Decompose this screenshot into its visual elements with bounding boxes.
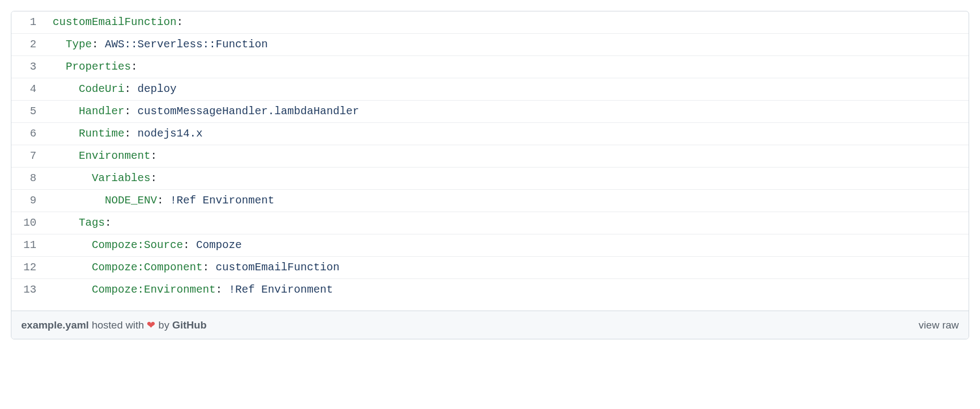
code-row: 1customEmailFunction: — [11, 11, 969, 34]
yaml-key: Compoze:Source — [92, 239, 183, 251]
code-row: 7 Environment: — [11, 145, 969, 168]
line-number[interactable]: 12 — [11, 257, 44, 279]
line-number[interactable]: 2 — [11, 34, 44, 56]
yaml-value: customMessageHandler.lambdaHandler — [137, 105, 359, 117]
filename-link[interactable]: example.yaml — [21, 319, 89, 331]
code-area: 1customEmailFunction:2 Type: AWS::Server… — [11, 11, 969, 311]
yaml-key: NODE_ENV — [105, 194, 157, 207]
line-number[interactable]: 11 — [11, 234, 44, 257]
code-row: 6 Runtime: nodejs14.x — [11, 123, 969, 145]
line-code: Compoze:Component: customEmailFunction — [44, 257, 969, 279]
line-number[interactable]: 8 — [11, 168, 44, 190]
code-row: 8 Variables: — [11, 168, 969, 190]
hosted-text: hosted with — [89, 319, 147, 331]
yaml-value: deploy — [137, 83, 177, 95]
line-code: Runtime: nodejs14.x — [44, 123, 969, 145]
line-number[interactable]: 10 — [11, 212, 44, 234]
yaml-key: Variables — [92, 172, 150, 184]
code-row: 4 CodeUri: deploy — [11, 78, 969, 101]
line-number[interactable]: 7 — [11, 145, 44, 168]
yaml-key: Properties — [66, 60, 131, 73]
line-number[interactable]: 4 — [11, 78, 44, 101]
footer-right: view raw — [919, 319, 959, 331]
yaml-key: Compoze:Component — [92, 261, 203, 274]
line-number[interactable]: 3 — [11, 56, 44, 78]
yaml-key: Tags — [79, 216, 105, 229]
yaml-key: customEmailFunction — [53, 16, 177, 28]
line-number[interactable]: 9 — [11, 190, 44, 212]
github-link[interactable]: GitHub — [172, 319, 206, 331]
yaml-key: CodeUri — [79, 83, 124, 95]
yaml-value: !Ref Environment — [170, 194, 274, 207]
yaml-key: Type — [66, 38, 92, 51]
line-code: Type: AWS::Serverless::Function — [44, 34, 969, 56]
yaml-key: Compoze:Environment — [92, 283, 216, 296]
by-text: by — [155, 319, 172, 331]
yaml-value: customEmailFunction — [216, 261, 340, 274]
code-row: 5 Handler: customMessageHandler.lambdaHa… — [11, 101, 969, 123]
line-code: Handler: customMessageHandler.lambdaHand… — [44, 101, 969, 123]
code-row: 9 NODE_ENV: !Ref Environment — [11, 190, 969, 212]
yaml-key: Environment — [79, 150, 150, 162]
line-code: NODE_ENV: !Ref Environment — [44, 190, 969, 212]
line-code: Compoze:Source: Compoze — [44, 234, 969, 257]
line-code: Tags: — [44, 212, 969, 234]
line-number[interactable]: 6 — [11, 123, 44, 145]
footer-left: example.yaml hosted with ❤ by GitHub — [21, 319, 206, 331]
line-code: customEmailFunction: — [44, 11, 969, 34]
yaml-value: !Ref Environment — [229, 283, 333, 296]
code-table: 1customEmailFunction:2 Type: AWS::Server… — [11, 11, 969, 311]
yaml-key: Handler — [79, 105, 124, 117]
yaml-value: AWS::Serverless::Function — [105, 38, 268, 51]
code-row: 10 Tags: — [11, 212, 969, 234]
yaml-key: Runtime — [79, 127, 124, 140]
yaml-value: Compoze — [196, 239, 242, 251]
line-code: Compoze:Environment: !Ref Environment — [44, 279, 969, 301]
yaml-value: nodejs14.x — [137, 127, 203, 140]
gist-container: 1customEmailFunction:2 Type: AWS::Server… — [11, 11, 969, 339]
heart-icon: ❤ — [147, 319, 155, 331]
code-row: 3 Properties: — [11, 56, 969, 78]
line-code: CodeUri: deploy — [44, 78, 969, 101]
code-row: 13 Compoze:Environment: !Ref Environment — [11, 279, 969, 301]
gist-footer: example.yaml hosted with ❤ by GitHub vie… — [11, 311, 969, 339]
line-code: Variables: — [44, 168, 969, 190]
line-code: Properties: — [44, 56, 969, 78]
view-raw-link[interactable]: view raw — [919, 319, 959, 331]
line-number[interactable]: 1 — [11, 11, 44, 34]
line-number[interactable]: 5 — [11, 101, 44, 123]
code-row: 12 Compoze:Component: customEmailFunctio… — [11, 257, 969, 279]
line-code: Environment: — [44, 145, 969, 168]
line-number[interactable]: 13 — [11, 279, 44, 301]
code-row: 2 Type: AWS::Serverless::Function — [11, 34, 969, 56]
code-row: 11 Compoze:Source: Compoze — [11, 234, 969, 257]
